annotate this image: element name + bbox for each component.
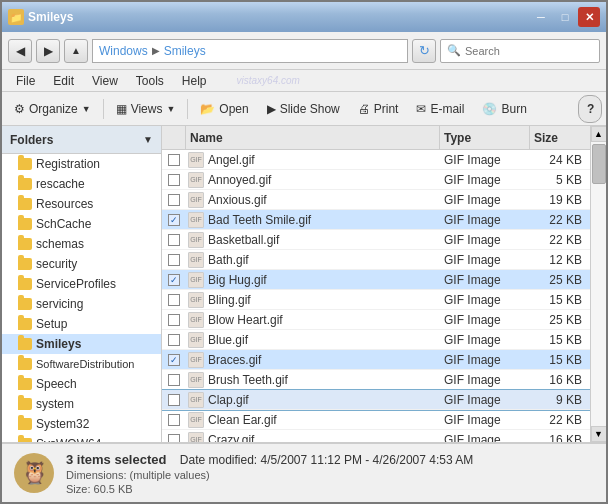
checkbox-checked[interactable]: ✓ bbox=[168, 214, 180, 226]
vertical-scrollbar[interactable]: ▲ ▼ bbox=[590, 126, 606, 442]
sidebar-item-system32[interactable]: System32 bbox=[2, 414, 161, 434]
table-row[interactable]: GIFBrush Teeth.gif GIF Image 16 KB bbox=[162, 370, 590, 390]
search-input[interactable] bbox=[465, 45, 593, 57]
table-row[interactable]: GIFBlow Heart.gif GIF Image 25 KB bbox=[162, 310, 590, 330]
table-row[interactable]: GIFBasketball.gif GIF Image 22 KB bbox=[162, 230, 590, 250]
menu-view[interactable]: View bbox=[84, 72, 126, 90]
organize-button[interactable]: ⚙ Organize ▼ bbox=[6, 95, 99, 123]
forward-button[interactable]: ▶ bbox=[36, 39, 60, 63]
row-checkbox[interactable] bbox=[162, 394, 186, 406]
checkbox-unchecked[interactable] bbox=[168, 334, 180, 346]
sidebar-item-rescache[interactable]: rescache bbox=[2, 174, 161, 194]
row-size: 15 KB bbox=[530, 293, 590, 307]
sidebar-item-servicing[interactable]: servicing bbox=[2, 294, 161, 314]
checkbox-unchecked[interactable] bbox=[168, 434, 180, 443]
up-button[interactable]: ▲ bbox=[64, 39, 88, 63]
checkbox-unchecked[interactable] bbox=[168, 294, 180, 306]
address-path[interactable]: Windows ▶ Smileys bbox=[92, 39, 408, 63]
search-bar[interactable]: 🔍 bbox=[440, 39, 600, 63]
menu-tools[interactable]: Tools bbox=[128, 72, 172, 90]
file-list-header: Name Type Size bbox=[162, 126, 590, 150]
scroll-thumb[interactable] bbox=[592, 144, 606, 184]
checkbox-unchecked[interactable] bbox=[168, 154, 180, 166]
type-column-header[interactable]: Type bbox=[440, 126, 530, 150]
sidebar-item-registration[interactable]: Registration bbox=[2, 154, 161, 174]
row-checkbox[interactable] bbox=[162, 434, 186, 443]
burn-button[interactable]: 💿 Burn bbox=[474, 95, 534, 123]
checkbox-unchecked[interactable] bbox=[168, 374, 180, 386]
checkbox-unchecked[interactable] bbox=[168, 234, 180, 246]
checkbox-unchecked[interactable] bbox=[168, 194, 180, 206]
sidebar-item-smileys[interactable]: Smileys bbox=[2, 334, 161, 354]
table-row[interactable]: GIFClap.gif GIF Image 9 KB bbox=[162, 390, 590, 410]
checkbox-unchecked[interactable] bbox=[168, 254, 180, 266]
row-checkbox[interactable] bbox=[162, 154, 186, 166]
email-button[interactable]: ✉ E-mail bbox=[408, 95, 472, 123]
sidebar-item-system[interactable]: system bbox=[2, 394, 161, 414]
checkbox-unchecked[interactable] bbox=[168, 414, 180, 426]
sidebar-item-serviceprofiles[interactable]: ServiceProfiles bbox=[2, 274, 161, 294]
close-button[interactable]: ✕ bbox=[578, 7, 600, 27]
sidebar-item-schemas[interactable]: schemas bbox=[2, 234, 161, 254]
print-button[interactable]: 🖨 Print bbox=[350, 95, 407, 123]
row-checkbox[interactable] bbox=[162, 294, 186, 306]
name-column-header[interactable]: Name bbox=[186, 126, 440, 150]
maximize-button[interactable]: □ bbox=[554, 7, 576, 27]
sidebar-item-softwaredistribution[interactable]: SoftwareDistribution bbox=[2, 354, 161, 374]
back-button[interactable]: ◀ bbox=[8, 39, 32, 63]
sidebar-item-security[interactable]: security bbox=[2, 254, 161, 274]
size-column-header[interactable]: Size bbox=[530, 126, 590, 150]
sidebar-item-speech[interactable]: Speech bbox=[2, 374, 161, 394]
table-row[interactable]: GIFBath.gif GIF Image 12 KB bbox=[162, 250, 590, 270]
slideshow-button[interactable]: ▶ Slide Show bbox=[259, 95, 348, 123]
open-button[interactable]: 📂 Open bbox=[192, 95, 256, 123]
sidebar-item-label: Setup bbox=[36, 317, 67, 331]
row-checkbox[interactable] bbox=[162, 414, 186, 426]
title-bar: 📁 Smileys ─ □ ✕ bbox=[2, 2, 606, 32]
table-row[interactable]: GIFBlue.gif GIF Image 15 KB bbox=[162, 330, 590, 350]
row-checkbox[interactable] bbox=[162, 374, 186, 386]
sidebar-collapse-icon[interactable]: ▼ bbox=[143, 134, 153, 145]
menu-file[interactable]: File bbox=[8, 72, 43, 90]
scroll-down-button[interactable]: ▼ bbox=[591, 426, 607, 442]
row-type: GIF Image bbox=[440, 253, 530, 267]
scroll-up-button[interactable]: ▲ bbox=[591, 126, 607, 142]
table-row[interactable]: GIFAnnoyed.gif GIF Image 5 KB bbox=[162, 170, 590, 190]
table-row[interactable]: ✓ GIFBad Teeth Smile.gif GIF Image 22 KB bbox=[162, 210, 590, 230]
row-checkbox[interactable]: ✓ bbox=[162, 354, 186, 366]
row-checkbox[interactable] bbox=[162, 174, 186, 186]
checkbox-unchecked[interactable] bbox=[168, 394, 180, 406]
sidebar-item-syswow64[interactable]: SysWOW64 bbox=[2, 434, 161, 442]
row-checkbox[interactable] bbox=[162, 334, 186, 346]
row-size: 25 KB bbox=[530, 313, 590, 327]
sidebar-item-setup[interactable]: Setup bbox=[2, 314, 161, 334]
checkbox-unchecked[interactable] bbox=[168, 174, 180, 186]
main-area: Folders ▼ Registration rescache Resource… bbox=[2, 126, 606, 442]
checkbox-unchecked[interactable] bbox=[168, 314, 180, 326]
table-row[interactable]: GIFAngel.gif GIF Image 24 KB bbox=[162, 150, 590, 170]
table-row[interactable]: GIFBling.gif GIF Image 15 KB bbox=[162, 290, 590, 310]
views-button[interactable]: ▦ Views ▼ bbox=[108, 95, 184, 123]
table-row[interactable]: GIFClean Ear.gif GIF Image 22 KB bbox=[162, 410, 590, 430]
row-checkbox[interactable] bbox=[162, 234, 186, 246]
views-arrow: ▼ bbox=[166, 104, 175, 114]
table-row[interactable]: ✓ GIFBraces.gif GIF Image 15 KB bbox=[162, 350, 590, 370]
checkbox-checked[interactable]: ✓ bbox=[168, 354, 180, 366]
row-checkbox[interactable]: ✓ bbox=[162, 214, 186, 226]
row-checkbox[interactable] bbox=[162, 254, 186, 266]
help-button[interactable]: ? bbox=[578, 95, 602, 123]
row-checkbox[interactable] bbox=[162, 314, 186, 326]
table-row[interactable]: GIFCrazy.gif GIF Image 16 KB bbox=[162, 430, 590, 442]
checkbox-checked[interactable]: ✓ bbox=[168, 274, 180, 286]
row-checkbox[interactable] bbox=[162, 194, 186, 206]
minimize-button[interactable]: ─ bbox=[530, 7, 552, 27]
refresh-button[interactable]: ↻ bbox=[412, 39, 436, 63]
views-label: Views bbox=[131, 102, 163, 116]
sidebar-item-schcache[interactable]: SchCache bbox=[2, 214, 161, 234]
table-row[interactable]: ✓ GIFBig Hug.gif GIF Image 25 KB bbox=[162, 270, 590, 290]
table-row[interactable]: GIFAnxious.gif GIF Image 19 KB bbox=[162, 190, 590, 210]
sidebar-item-resources[interactable]: Resources bbox=[2, 194, 161, 214]
row-checkbox[interactable]: ✓ bbox=[162, 274, 186, 286]
menu-help[interactable]: Help bbox=[174, 72, 215, 90]
menu-edit[interactable]: Edit bbox=[45, 72, 82, 90]
